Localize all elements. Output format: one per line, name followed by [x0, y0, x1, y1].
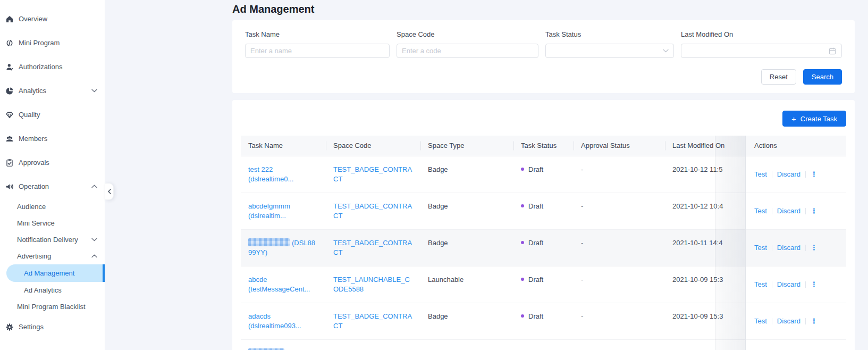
space-code-cell: TEST_BADGE_CONTRACT: [326, 156, 420, 193]
action-separator: [772, 281, 772, 288]
action-discard-link[interactable]: Discard: [777, 316, 800, 326]
action-discard-link[interactable]: Discard: [777, 280, 800, 289]
sidebar-item-label: Ad Analytics: [24, 286, 62, 294]
table-row: test 222 (dslrealtime0...TEST_BADGE_CONT…: [241, 156, 846, 193]
sidebar-item-mini-program-blacklist[interactable]: Mini Program Blacklist: [0, 298, 105, 315]
table-row: 3899YY)TEST_BADGE_CONTRACTBadgeTesting✕R…: [241, 340, 846, 350]
task-name-link[interactable]: abcde (testMessageCent...: [248, 276, 310, 293]
more-actions-icon[interactable]: ⋮: [811, 280, 818, 289]
action-separator: [772, 171, 772, 178]
table-row: (DSL88 99YY)TEST_BADGE_CONTRACTBadgeDraf…: [241, 230, 846, 266]
column-header-approval-status: Approval Status: [574, 136, 665, 156]
task-status-select[interactable]: [545, 44, 674, 58]
sidebar-item-notification-delivery[interactable]: Notification Delivery: [0, 231, 105, 248]
sidebar: OverviewMini ProgramAuthorizationsAnalyt…: [0, 0, 105, 350]
action-test-link[interactable]: Test: [754, 243, 767, 253]
sidebar-item-label: Advertising: [17, 252, 51, 260]
more-actions-icon[interactable]: ⋮: [811, 206, 818, 216]
task-status-cell: Testing: [513, 340, 574, 350]
approvals-clipboard-icon: [5, 159, 14, 167]
sidebar-item-operation[interactable]: Operation: [0, 174, 105, 198]
task-status-cell: Draft: [513, 193, 574, 229]
filter-label: Space Code: [397, 30, 538, 38]
sidebar-item-label: Authorizations: [19, 63, 62, 71]
task-name-cell: adacds (dslrealtime093...: [241, 303, 326, 339]
search-button[interactable]: Search: [803, 69, 842, 85]
settings-gear-icon: [5, 323, 14, 331]
task-name-link[interactable]: adacds (dslrealtime093...: [248, 312, 301, 330]
more-actions-icon[interactable]: ⋮: [811, 170, 818, 179]
action-discard-link[interactable]: Discard: [777, 243, 800, 253]
space-code-link[interactable]: TEST_LAUNCHABLE_CODE5588: [333, 276, 410, 293]
sidebar-item-analytics[interactable]: Analytics: [0, 79, 105, 103]
task-status-label: Draft: [528, 276, 543, 284]
sidebar-item-authorizations[interactable]: Authorizations: [0, 55, 105, 79]
home-icon: [5, 15, 14, 23]
sidebar-item-members[interactable]: Members: [0, 127, 105, 151]
space-code-link[interactable]: TEST_BADGE_CONTRACT: [333, 239, 412, 256]
sidebar-item-audience[interactable]: Audience: [0, 198, 105, 215]
action-test-link[interactable]: Test: [754, 206, 767, 216]
sidebar-item-settings[interactable]: Settings: [0, 315, 105, 339]
filter-field-task-name: Task Name: [245, 30, 390, 58]
sidebar-item-mini-program[interactable]: Mini Program: [0, 31, 105, 55]
sidebar-item-label: Approvals: [19, 159, 49, 166]
space-code-cell: TEST_LAUNCHABLE_CODE5588: [326, 266, 420, 303]
sidebar-item-label: Notification Delivery: [17, 236, 78, 244]
space-code-link[interactable]: TEST_BADGE_CONTRACT: [333, 312, 412, 330]
sidebar-item-overview[interactable]: Overview: [0, 7, 105, 31]
sidebar-item-approvals[interactable]: Approvals: [0, 151, 105, 174]
space-code-cell: TEST_BADGE_CONTRACT: [326, 340, 420, 350]
task-name-link[interactable]: abcdefgmmm (dslrealtim...: [248, 202, 290, 220]
table-row: adacds (dslrealtime093...TEST_BADGE_CONT…: [241, 303, 846, 340]
action-test-link[interactable]: Test: [754, 316, 767, 326]
more-actions-icon[interactable]: ⋮: [811, 243, 818, 253]
create-task-button[interactable]: + Create Task: [782, 111, 846, 127]
sidebar-item-quality[interactable]: Quality: [0, 103, 105, 127]
chevron-down-icon: [91, 89, 97, 93]
action-discard-link[interactable]: Discard: [777, 170, 800, 179]
status-dot-icon: [521, 241, 524, 244]
sidebar-item-label: Quality: [19, 111, 40, 119]
action-discard-link[interactable]: Discard: [777, 206, 800, 216]
actions-cell: TestDiscard⋮: [747, 266, 847, 303]
chevron-down-icon: [663, 49, 669, 53]
task-name-link[interactable]: (DSL88 99YY): [248, 239, 315, 256]
action-test-link[interactable]: Test: [754, 170, 767, 179]
filter-field-task-status: Task Status: [545, 30, 674, 58]
sidebar-item-advertising[interactable]: Advertising: [0, 248, 105, 264]
approval-status-cell: -: [574, 230, 665, 266]
action-separator: [805, 281, 806, 288]
last-modified-cell: 2021-10-09 15:3: [665, 303, 747, 339]
actions-cell: StartRevert⋮: [747, 340, 847, 350]
reset-button[interactable]: Reset: [761, 69, 796, 85]
sidebar-item-ad-management[interactable]: Ad Management: [6, 264, 105, 282]
operation-megaphone-icon: [5, 182, 14, 191]
last-modified-on-date-picker[interactable]: [681, 44, 842, 58]
task-name-cell: (DSL88 99YY): [241, 230, 326, 266]
sidebar-item-ad-analytics[interactable]: Ad Analytics: [0, 282, 105, 298]
space-code-link[interactable]: TEST_BADGE_CONTRACT: [333, 202, 412, 220]
task-name-input[interactable]: [245, 44, 390, 58]
space-code-link[interactable]: TEST_BADGE_CONTRACT: [333, 165, 412, 183]
filter-field-space-code: Space Code: [397, 30, 538, 58]
action-test-link[interactable]: Test: [754, 280, 767, 289]
actions-cell: TestDiscard⋮: [747, 193, 847, 229]
column-header-task-status: Task Status: [513, 136, 574, 156]
sidebar-item-mini-service[interactable]: Mini Service: [0, 215, 105, 231]
task-status-label: Draft: [528, 202, 543, 210]
task-name-link[interactable]: test 222 (dslrealtime0...: [248, 165, 293, 183]
approval-status-cell: -: [574, 303, 665, 339]
space-code-input[interactable]: [397, 44, 538, 58]
sidebar-collapse-toggle[interactable]: [105, 183, 114, 200]
chevron-left-icon: [107, 189, 112, 194]
space-type-cell: Badge: [420, 303, 513, 339]
task-status-label: Draft: [528, 165, 543, 173]
more-actions-icon[interactable]: ⋮: [811, 316, 818, 326]
actions-cell: TestDiscard⋮: [747, 230, 847, 266]
sidebar-item-label: Operation: [19, 182, 49, 190]
authorizations-user-icon: [5, 63, 14, 71]
chevron-up-icon: [91, 254, 97, 258]
space-type-cell: Launchable: [420, 266, 513, 303]
filter-label: Last Modified On: [681, 30, 842, 38]
